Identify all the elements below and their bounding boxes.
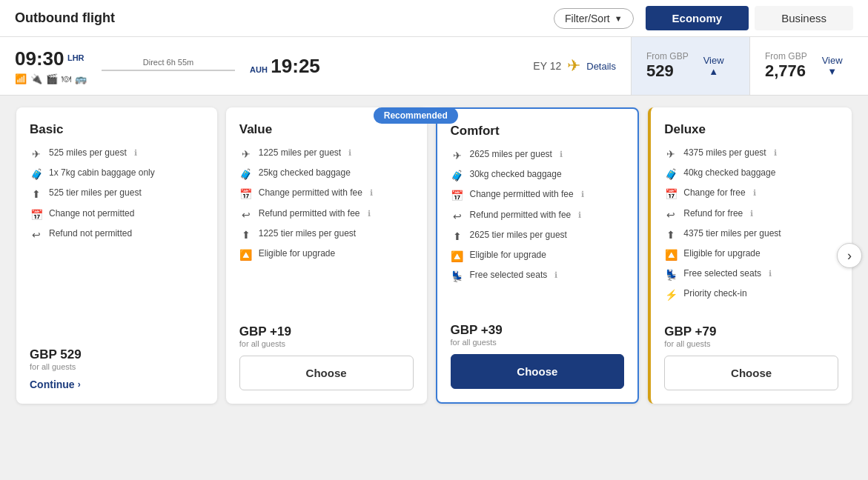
feature-item: ⬆ 2625 tier miles per guest [451,230,625,243]
feature-text: Free selected seats [470,270,548,281]
info-icon[interactable]: ℹ [348,147,351,158]
feature-text: 30kg checked baggage [470,169,562,181]
feature-icon: 🔼 [664,248,677,261]
chevron-down-icon: ▼ [827,66,837,77]
feature-text: 4375 miles per guest [683,147,766,159]
feature-text: Refund permitted with fee [470,210,572,221]
info-icon[interactable]: ℹ [370,187,373,198]
flight-duration: Direct 6h 55m [102,58,235,74]
business-price-amount: 2,776 [765,61,807,81]
card-price-value: GBP +19 [239,324,414,339]
feature-text: Change not permitted [49,208,134,220]
info-icon[interactable]: ℹ [581,189,584,199]
feature-item: 🔼 Eligible for upgrade [664,248,838,261]
feature-item: 🧳 1x 7kg cabin baggage only [30,167,204,181]
arrive-code: AUH [250,65,268,74]
feature-text: Refund for free [683,208,743,220]
feature-item: ✈ 2625 miles per guest ℹ [451,149,625,162]
feature-icon: ↩ [664,208,677,221]
info-icon[interactable]: ℹ [134,147,137,158]
feature-text: 2625 tier miles per guest [470,230,567,241]
feature-item: ⬆ 1225 tier miles per guest [239,228,414,241]
feature-item: ✈ 1225 miles per guest ℹ [239,147,414,161]
card-price-sub-value: for all guests [239,339,414,348]
info-icon[interactable]: ℹ [774,147,777,158]
feature-item: ↩ Refund for free ℹ [664,208,838,221]
feature-text: Eligible for upgrade [683,248,760,260]
feature-icon: ⬆ [239,228,253,241]
feature-item: 📅 Change permitted with fee ℹ [451,189,625,202]
economy-from-label: From GBP [646,51,689,61]
choose-button-comfort[interactable]: Choose [451,354,625,389]
card-price-deluxe: GBP +79 [664,324,838,339]
feature-icon: ⬆ [30,187,43,201]
details-link[interactable]: Details [586,61,616,72]
fare-card-basic: Basic ✈ 525 miles per guest ℹ 🧳 1x 7kg c… [16,107,217,404]
flight-info: 09:30 LHR 📶 🔌 🎬 🍽 🚌 Direct 6h 55m AUH 19… [0,37,518,95]
choose-button-deluxe[interactable]: Choose [664,356,838,390]
choose-button-value[interactable]: Choose [239,356,414,390]
departure: 09:30 LHR 📶 🔌 🎬 🍽 🚌 [15,47,87,84]
feature-icon: ⬆ [664,228,677,241]
info-icon[interactable]: ℹ [750,208,753,219]
feature-text: 1225 miles per guest [259,147,341,159]
feature-text: Change for free [683,187,745,199]
flight-row: 09:30 LHR 📶 🔌 🎬 🍽 🚌 Direct 6h 55m AUH 19… [0,37,868,96]
arrival: AUH 19:25 [250,55,320,78]
view-economy-button[interactable]: View ▲ [703,55,724,77]
chevron-down-icon: ▼ [614,14,623,23]
feature-item: ⬆ 4375 tier miles per guest [664,228,838,241]
power-icon: 🔌 [30,73,42,84]
feature-text: Change permitted with fee [259,187,362,199]
fare-cards-area: Recommended Basic ✈ 525 miles per guest … [0,96,868,416]
page-title: Outbound flight [15,10,554,26]
feature-item: 🧳 40kg checked baggage [664,167,838,181]
feature-text: Refund permitted with fee [259,208,360,220]
feature-icon: ✈ [239,147,253,161]
info-icon[interactable]: ℹ [560,149,563,159]
feature-icon: 🧳 [664,167,677,181]
info-icon[interactable]: ℹ [554,270,557,280]
airline-info: EY 12 ✈ Details [518,37,631,95]
next-slide-button[interactable]: › [837,243,862,268]
business-from-label: From GBP [765,51,807,61]
feature-icon: 🧳 [239,167,253,181]
feature-text: 2625 miles per guest [470,149,552,161]
feature-text: 40kg checked baggage [683,167,775,179]
feature-item: 🧳 25kg checked baggage [239,167,414,181]
recommended-badge: Recommended [374,107,458,124]
feature-text: 1225 tier miles per guest [259,228,356,240]
tab-business[interactable]: Business [755,6,853,30]
info-icon[interactable]: ℹ [578,210,581,220]
food-icon: 🍽 [62,73,71,84]
flight-amenity-icons: 📶 🔌 🎬 🍽 🚌 [15,73,87,84]
top-bar: Outbound flight Filter/Sort ▼ Economy Bu… [0,0,868,37]
filter-sort-button[interactable]: Filter/Sort ▼ [554,8,634,29]
info-icon[interactable]: ℹ [753,187,756,198]
feature-item: ✈ 525 miles per guest ℹ [30,147,204,161]
info-icon[interactable]: ℹ [368,208,371,219]
screen-icon: 🎬 [46,73,58,84]
view-business-button[interactable]: View ▼ [822,55,843,77]
duration-text: Direct 6h 55m [143,58,193,67]
plane-icon: ✈ [567,56,580,76]
tab-economy[interactable]: Economy [646,6,749,30]
info-icon[interactable]: ℹ [769,268,772,279]
feature-icon: 🔼 [451,250,464,263]
continue-link[interactable]: Continue › [30,379,204,390]
feature-item: 🧳 30kg checked baggage [451,169,625,182]
feature-text: 525 miles per guest [49,147,127,159]
feature-list-comfort: ✈ 2625 miles per guest ℹ 🧳 30kg checked … [451,149,625,311]
feature-icon: 💺 [451,270,464,283]
feature-icon: 📅 [664,187,677,201]
feature-text: Priority check-in [683,288,746,300]
card-price-sub-deluxe: for all guests [664,339,838,348]
chevron-right-icon: › [78,379,81,390]
feature-text: 4375 tier miles per guest [683,228,781,240]
card-title-value: Value [239,122,414,137]
feature-item: 🔼 Eligible for upgrade [239,248,414,261]
economy-price-amount: 529 [646,61,689,81]
feature-item: 📅 Change for free ℹ [664,187,838,201]
arrive-time: 19:25 [271,55,320,77]
feature-item: ↩ Refund permitted with fee ℹ [451,210,625,223]
